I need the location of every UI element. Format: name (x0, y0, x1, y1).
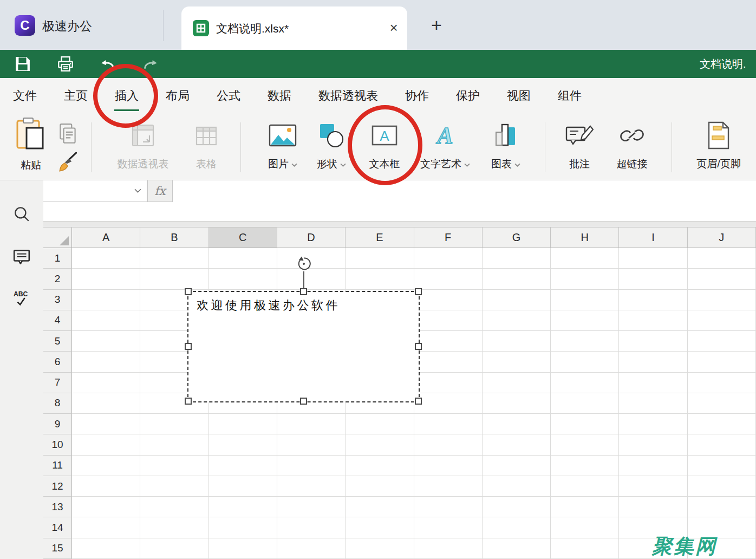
cell-A13[interactable] (72, 497, 140, 517)
cell-B14[interactable] (140, 517, 208, 538)
menu-item-protect[interactable]: 保护 (456, 88, 480, 104)
cell-J11[interactable] (688, 456, 756, 476)
column-header-J[interactable]: J (688, 227, 756, 248)
new-tab-button[interactable]: + (427, 14, 446, 36)
menu-item-layout[interactable]: 布局 (166, 88, 190, 104)
row-header-5[interactable]: 5 (43, 331, 72, 352)
cell-J5[interactable] (688, 331, 756, 352)
cell-E10[interactable] (346, 434, 414, 455)
cell-D12[interactable] (277, 476, 346, 497)
cell-C10[interactable] (209, 434, 277, 455)
resize-handle-s[interactable] (300, 398, 307, 405)
cell-I5[interactable] (619, 331, 687, 352)
chevron-down-icon[interactable] (134, 188, 141, 193)
canvas-textbox[interactable]: 欢迎使用极速办公软件 (187, 291, 420, 402)
cell-E1[interactable] (346, 248, 414, 269)
cell-H7[interactable] (551, 373, 619, 393)
cell-A6[interactable] (72, 352, 140, 372)
cell-G13[interactable] (483, 497, 551, 517)
cell-C1[interactable] (209, 248, 277, 269)
cell-B2[interactable] (140, 269, 208, 289)
cell-C12[interactable] (209, 476, 277, 497)
cell-G9[interactable] (483, 414, 551, 434)
menu-item-home[interactable]: 主页 (64, 88, 88, 104)
cell-F15[interactable] (414, 538, 483, 559)
row-header-9[interactable]: 9 (43, 414, 72, 434)
cell-I2[interactable] (619, 269, 687, 289)
cell-B1[interactable] (140, 248, 208, 269)
menu-item-data[interactable]: 数据 (268, 88, 291, 104)
cell-J9[interactable] (688, 414, 756, 434)
column-header-B[interactable]: B (140, 227, 208, 248)
cell-J3[interactable] (688, 290, 756, 310)
cell-B12[interactable] (140, 476, 208, 497)
cell-G7[interactable] (483, 373, 551, 393)
textbox-text[interactable]: 欢迎使用极速办公软件 (188, 292, 419, 314)
cell-B15[interactable] (140, 538, 208, 559)
cell-J12[interactable] (688, 476, 756, 497)
row-header-1[interactable]: 1 (43, 248, 72, 269)
copy-icon[interactable] (57, 122, 79, 145)
cell-H2[interactable] (551, 269, 619, 289)
row-header-10[interactable]: 10 (43, 434, 72, 455)
cell-G12[interactable] (483, 476, 551, 497)
cell-J13[interactable] (688, 497, 756, 517)
cell-I3[interactable] (619, 290, 687, 310)
cell-H4[interactable] (551, 310, 619, 331)
row-header-4[interactable]: 4 (43, 310, 72, 331)
menu-item-formula[interactable]: 公式 (217, 88, 240, 104)
column-header-E[interactable]: E (346, 227, 414, 248)
cell-J7[interactable] (688, 373, 756, 393)
cell-F1[interactable] (414, 248, 483, 269)
formula-input[interactable] (173, 180, 756, 221)
cell-I12[interactable] (619, 476, 687, 497)
cell-G6[interactable] (483, 352, 551, 372)
cell-G2[interactable] (483, 269, 551, 289)
cell-F5[interactable] (414, 331, 483, 352)
cell-J6[interactable] (688, 352, 756, 372)
cell-A9[interactable] (72, 414, 140, 434)
column-header-G[interactable]: G (483, 227, 551, 248)
cell-A12[interactable] (72, 476, 140, 497)
row-header-15[interactable]: 15 (43, 538, 72, 559)
cell-C13[interactable] (209, 497, 277, 517)
cell-H10[interactable] (551, 434, 619, 455)
cell-D2[interactable] (277, 269, 346, 289)
name-box[interactable] (43, 180, 147, 202)
cell-G8[interactable] (483, 393, 551, 414)
resize-handle-w[interactable] (185, 343, 192, 350)
cell-F3[interactable] (414, 290, 483, 310)
ribbon-hyperlink-button[interactable]: 超链接 (607, 119, 657, 174)
cell-H5[interactable] (551, 331, 619, 352)
row-header-11[interactable]: 11 (43, 456, 72, 476)
cell-H8[interactable] (551, 393, 619, 414)
cell-F13[interactable] (414, 497, 483, 517)
menu-item-pivot-table[interactable]: 数据透视表 (318, 88, 378, 104)
cell-F4[interactable] (414, 310, 483, 331)
cell-I11[interactable] (619, 456, 687, 476)
menu-item-file[interactable]: 文件 (13, 88, 37, 104)
cell-A5[interactable] (72, 331, 140, 352)
paste-button[interactable]: 粘贴 (12, 117, 50, 177)
cell-B13[interactable] (140, 497, 208, 517)
print-icon[interactable] (57, 55, 74, 73)
cell-C11[interactable] (209, 456, 277, 476)
tab-close-icon[interactable]: × (385, 18, 402, 37)
cell-A7[interactable] (72, 373, 140, 393)
menu-item-collaborate[interactable]: 协作 (405, 88, 429, 104)
spellcheck-icon[interactable]: ABC (12, 289, 31, 307)
cell-F7[interactable] (414, 373, 483, 393)
cell-E12[interactable] (346, 476, 414, 497)
cell-I4[interactable] (619, 310, 687, 331)
cell-B11[interactable] (140, 456, 208, 476)
cell-F2[interactable] (414, 269, 483, 289)
ribbon-comment-button[interactable]: 批注 (556, 119, 603, 174)
cell-H12[interactable] (551, 476, 619, 497)
cell-I1[interactable] (619, 248, 687, 269)
cell-F10[interactable] (414, 434, 483, 455)
resize-handle-e[interactable] (415, 343, 422, 350)
cell-D9[interactable] (277, 414, 346, 434)
cell-C14[interactable] (209, 517, 277, 538)
cell-H15[interactable] (551, 538, 619, 559)
cell-H14[interactable] (551, 517, 619, 538)
